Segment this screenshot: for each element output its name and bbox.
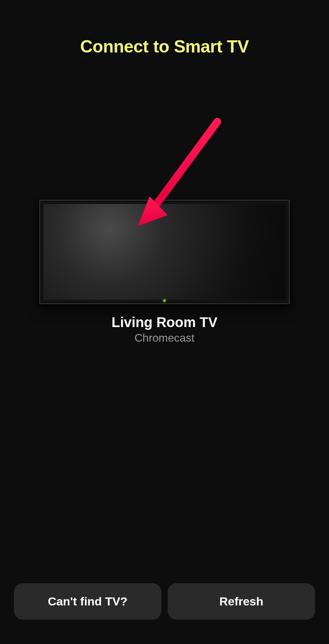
page-title: Connect to Smart TV [0, 36, 329, 57]
tv-power-led-icon [163, 300, 166, 302]
device-type: Chromecast [135, 332, 195, 344]
bottom-button-bar: Can't find TV? Refresh [14, 583, 315, 620]
refresh-button[interactable]: Refresh [168, 583, 315, 620]
device-name: Living Room TV [112, 315, 217, 330]
tv-screen-icon [39, 200, 290, 304]
cant-find-tv-button[interactable]: Can't find TV? [14, 583, 161, 620]
device-tile[interactable]: Living Room TV Chromecast [39, 200, 290, 344]
